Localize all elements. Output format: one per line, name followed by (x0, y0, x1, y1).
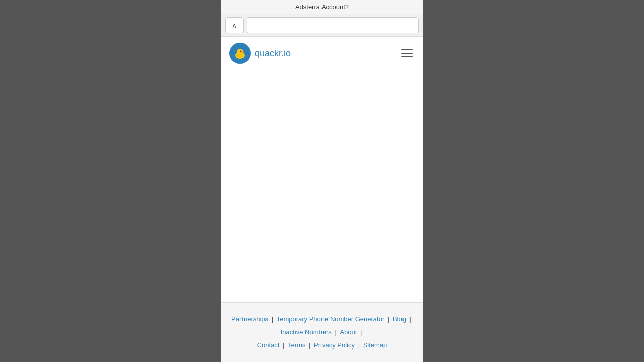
sep-6: | (281, 341, 286, 349)
top-bar: Adsterra Account? (221, 0, 423, 14)
chevron-up-icon: ∧ (232, 21, 237, 29)
address-bar-row: ∧ (221, 14, 423, 37)
logo-icon (229, 43, 251, 64)
footer-link-partnerships[interactable]: Partnerships (231, 315, 268, 323)
duck-svg (233, 46, 247, 60)
footer-link-privacy[interactable]: Privacy Policy (314, 341, 355, 349)
footer-link-sitemap[interactable]: Sitemap (363, 341, 387, 349)
sep-5: | (358, 328, 362, 336)
main-content-area (221, 70, 423, 303)
screen-wrapper: Adsterra Account? ∧ (221, 0, 423, 362)
sep-7: | (307, 341, 312, 349)
sep-2: | (386, 315, 391, 323)
sep-4: | (333, 328, 339, 336)
top-bar-text: Adsterra Account? (295, 3, 349, 11)
address-input[interactable] (247, 17, 419, 33)
sep-8: | (356, 341, 362, 349)
footer-link-terms[interactable]: Terms (288, 341, 305, 349)
svg-point-3 (241, 51, 242, 51)
footer-link-about[interactable]: About (340, 328, 357, 336)
sep-3: | (408, 315, 411, 323)
site-footer: Partnerships | Temporary Phone Number Ge… (221, 303, 423, 362)
hamburger-line-1 (401, 49, 413, 50)
hamburger-menu-button[interactable] (399, 47, 415, 59)
sep-1: | (270, 315, 275, 323)
footer-links: Partnerships | Temporary Phone Number Ge… (229, 313, 415, 352)
footer-link-inactive[interactable]: Inactive Numbers (281, 328, 332, 336)
svg-point-2 (240, 51, 242, 52)
logo-text: quackr.io (255, 48, 291, 59)
footer-link-contact[interactable]: Contact (257, 341, 280, 349)
logo-area: quackr.io (229, 43, 291, 64)
hamburger-line-3 (401, 56, 413, 57)
chevron-up-button[interactable]: ∧ (225, 17, 244, 33)
site-header: quackr.io (221, 37, 423, 70)
website-content: quackr.io Partnerships | Temporary Phone… (221, 37, 423, 362)
svg-point-5 (236, 54, 239, 56)
svg-point-4 (242, 51, 244, 52)
footer-link-temp-phone[interactable]: Temporary Phone Number Generator (277, 315, 385, 323)
footer-link-blog[interactable]: Blog (393, 315, 406, 323)
hamburger-line-2 (401, 53, 413, 54)
